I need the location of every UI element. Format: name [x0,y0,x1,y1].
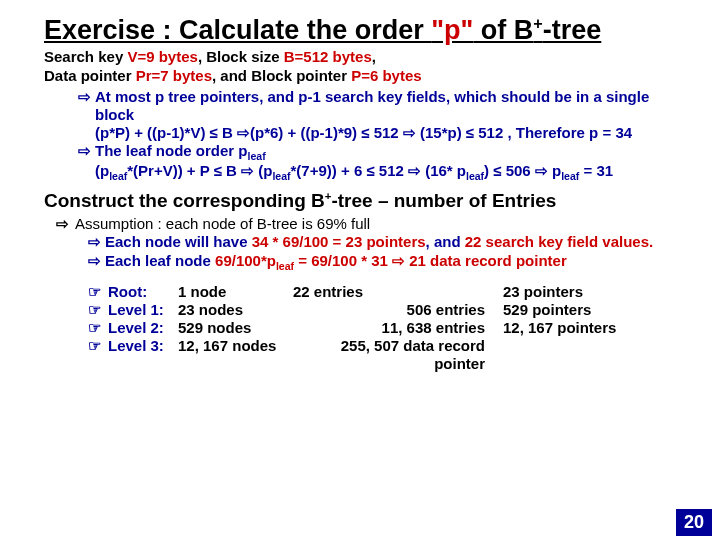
arrow-icon: ⇨ [56,215,69,233]
given-l2b: Pr=7 bytes [136,67,212,84]
b2a-b: *(Pr+V)) + P ≤ B ⇨ (p [127,162,272,179]
page-number: 20 [676,509,712,536]
c2-text: Each leaf node 69/100*pleaf = 69/100 * 3… [105,252,567,273]
c2b-wrap: 69/100*pleaf [215,252,294,269]
b2a-sub1: leaf [109,170,127,182]
lv1-nodes: 23 nodes [178,301,293,319]
given-block: Search key V=9 bytes, Block size B=512 b… [44,48,680,86]
hand-icon: ☞ [88,337,108,373]
section-2-heading: Construct the corresponding B+-tree – nu… [44,189,680,213]
bullet-2: ⇨ The leaf node order pleaf (pleaf*(Pr+V… [78,142,680,183]
arrow-icon: ⇨ [88,233,101,252]
bullet-1-text: At most p tree pointers, and p-1 search … [95,88,680,142]
c2a: Each leaf node [105,252,215,269]
lv2-entries: 11, 638 entries [293,319,503,337]
bullet-c1: ⇨ Each node will have 34 * 69/100 = 23 p… [88,233,680,252]
lv1-ptrs: 529 pointers [503,301,680,319]
lv0-nodes: 1 node [178,283,293,301]
table-row: ☞ Root: 1 node 22 entries 23 pointers [88,283,680,301]
lv3-ptrs [503,337,680,373]
b2-sub: leaf [248,150,266,162]
lv3-nodes: 12, 167 nodes [178,337,293,373]
given-l1c: , Block size [198,48,284,65]
slide: Exercise : Calculate the order "p" of B+… [0,0,720,383]
bullet-list-2: ⇨ Each node will have 34 * 69/100 = 23 p… [88,233,680,273]
bullet-list-1: ⇨ At most p tree pointers, and p-1 searc… [78,88,680,183]
lv0-entries: 22 entries [293,283,503,301]
c2c: = 69/100 * 31 ⇨ 21 data record pointer [294,252,567,269]
table-row: ☞ Level 1: 23 nodes 506 entries 529 poin… [88,301,680,319]
c2b: 69/100*p [215,252,276,269]
given-l1b: V=9 bytes [127,48,197,65]
b2a-d: ) ≤ 506 ⇨ p [484,162,561,179]
s2b: -tree – number of Entries [331,190,556,211]
c1b: 34 * 69/100 = 23 pointers [252,233,426,250]
bullet-1: ⇨ At most p tree pointers, and p-1 searc… [78,88,680,142]
lv3-entries: 255, 507 data record pointer [293,337,503,373]
given-l2c: , and Block pointer [212,67,351,84]
lv2-ptrs: 12, 167 pointers [503,319,680,337]
b2a-sub3: leaf [466,170,484,182]
assumption: ⇨ Assumption : each node of B-tree is 69… [56,215,680,233]
given-l1e: , [372,48,376,65]
hand-icon: ☞ [88,283,108,301]
title-sup: + [533,14,542,32]
lv2-nodes: 529 nodes [178,319,293,337]
lv1-entries: 506 entries [293,301,503,319]
lv1-label: Level 1: [108,301,178,319]
b2a-a: (p [95,162,109,179]
c2-sub: leaf [276,260,294,272]
given-l1d: B=512 bytes [284,48,372,65]
lv3-label: Level 3: [108,337,178,373]
b2: The leaf node order p [95,142,248,159]
b1a: (p*P) + ((p-1)*V) ≤ B ⇨(p*6) + ((p-1)*9)… [95,124,632,141]
b2a-sub2: leaf [272,170,290,182]
title: Exercise : Calculate the order "p" of B+… [44,14,680,46]
table-row: ☞ Level 2: 529 nodes 11, 638 entries 12,… [88,319,680,337]
arrow-icon: ⇨ [78,88,91,142]
b2a-e: = 31 [579,162,613,179]
arrow-icon: ⇨ [78,142,91,183]
hand-icon: ☞ [88,319,108,337]
b2a-sub4: leaf [561,170,579,182]
lv0-label: Root: [108,283,178,301]
c1c: , and [426,233,465,250]
bullet-c2: ⇨ Each leaf node 69/100*pleaf = 69/100 *… [88,252,680,273]
b1: At most p tree pointers, and p-1 search … [95,88,649,123]
title-post: of B [473,15,533,45]
bullet-2-text: The leaf node order pleaf (pleaf*(Pr+V))… [95,142,613,183]
given-l2d: P=6 bytes [351,67,421,84]
c1a: Each node will have [105,233,252,250]
arrow-icon: ⇨ [88,252,101,273]
c1-text: Each node will have 34 * 69/100 = 23 poi… [105,233,653,252]
given-l2a: Data pointer [44,67,136,84]
assumption-text: Assumption : each node of B-tree is 69% … [75,215,370,233]
lv0-ptrs: 23 pointers [503,283,680,301]
table-row: ☞ Level 3: 12, 167 nodes 255, 507 data r… [88,337,680,373]
title-quoted: "p" [431,15,473,45]
title-tail: -tree [543,15,602,45]
c1d: 22 search key field values. [465,233,653,250]
s2a: Construct the corresponding B [44,190,325,211]
title-pre: Exercise : Calculate the order [44,15,431,45]
lv2-label: Level 2: [108,319,178,337]
levels-table: ☞ Root: 1 node 22 entries 23 pointers ☞ … [88,283,680,373]
hand-icon: ☞ [88,301,108,319]
given-l1a: Search key [44,48,127,65]
b2a-c: *(7+9)) + 6 ≤ 512 ⇨ (16* p [291,162,466,179]
